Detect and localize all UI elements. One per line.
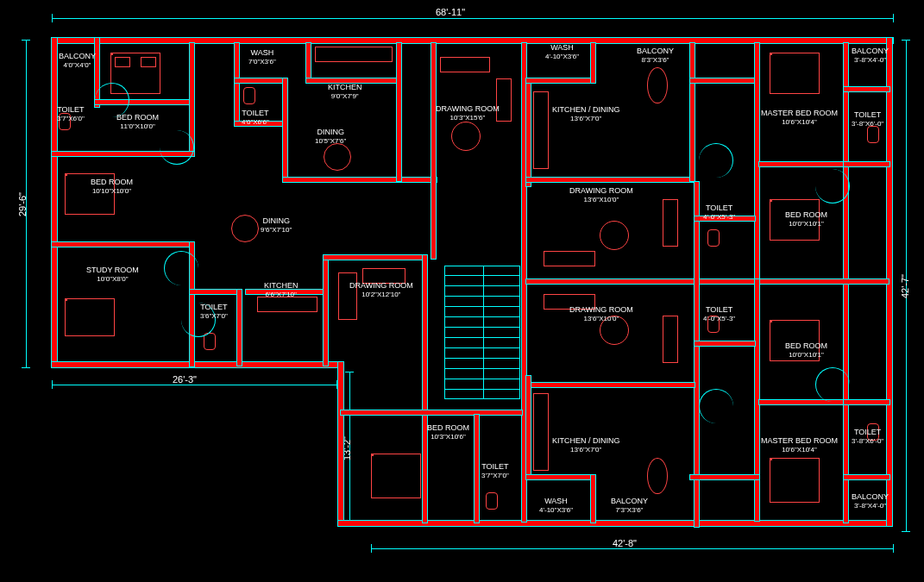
counter-icon	[533, 393, 549, 471]
room-bedroom5: BED ROOM10'0"X10'1"	[785, 341, 827, 359]
wc-icon	[486, 492, 498, 510]
counter-icon	[533, 91, 549, 169]
room-master1: MASTER BED ROOM10'6"X10'4"	[761, 109, 838, 126]
dim-right: 42'-7"	[900, 274, 910, 298]
door-swing-icon	[160, 130, 194, 165]
dim-line-bl	[52, 385, 336, 385]
wall-bl-v	[338, 362, 343, 526]
bed-icon	[770, 53, 820, 94]
sofa-icon	[663, 316, 678, 363]
sofa-icon	[663, 199, 678, 247]
dim-line-top	[52, 18, 893, 19]
room-toilet1: TOILET3'7"X6'0"	[57, 105, 85, 122]
sofa-icon	[544, 251, 595, 266]
room-balcony3: BALCONY3'-8"X4'-0"	[852, 47, 889, 64]
room-kitchen2: KITCHEN6'6"X7'10"	[264, 281, 299, 298]
wall-top	[52, 38, 893, 43]
staircase	[444, 266, 520, 399]
room-toilet7: TOILET4'-0"X5'-3"	[703, 305, 735, 322]
wall-bl-h	[52, 362, 343, 367]
room-wash2: WASH4'-10"X3'6"	[545, 43, 579, 60]
dining-table-icon	[324, 143, 351, 171]
door-swing-icon	[164, 251, 198, 285]
room-wash3: WASH4'-10"X3'6"	[539, 497, 573, 514]
sofa-icon	[440, 57, 490, 72]
room-drawing2: DRAWING ROOM10'2"X12'10"	[349, 281, 413, 298]
room-balcony4: BALCONY3'-8"X4'-0"	[852, 492, 889, 510]
door-swing-icon	[815, 169, 850, 203]
room-drawing3: DRAWING ROOM13'6"X10'0"	[569, 186, 633, 203]
counter-icon	[315, 47, 393, 62]
room-wash1: WASH7'0"X3'6"	[248, 48, 276, 66]
room-balcony1: BALCONY4'0"X4'0"	[59, 52, 96, 69]
room-dining2: DINING9'6"X7'10"	[261, 216, 292, 234]
dining-table-icon	[647, 458, 668, 494]
dim-left: 29'-6"	[17, 192, 28, 216]
room-toilet8: TOILET3'-8"X6'-0"	[852, 428, 883, 445]
table-icon	[600, 221, 629, 250]
room-k-kitdin2: KITCHEN / DINING13'6"X7'0"	[552, 436, 620, 454]
dining-table-icon	[647, 67, 668, 103]
dim-line-br	[371, 548, 893, 549]
room-kitdin1: KITCHEN / DINING13'6"X7'0"	[552, 105, 620, 122]
room-bedroom2: BED ROOM10'10"X10'0"	[91, 178, 133, 195]
door-swing-icon	[95, 83, 129, 117]
room-toilet6: TOILET4'-0"X5'-3"	[703, 203, 735, 221]
room-dining1: DINING10'5"X7'6"	[315, 128, 346, 145]
room-master2: MASTER BED ROOM10'6"X10'4"	[761, 436, 838, 454]
wc-icon	[243, 87, 255, 104]
room-drawing1: DRAWING ROOM10'3"X15'6"	[436, 104, 500, 122]
room-toilet2: TOILET4'0"X6'6"	[242, 109, 269, 126]
room-study: STUDY ROOM10'0"X8'0"	[86, 266, 139, 283]
room-balcony2: BALCONY8'3"X3'6"	[637, 47, 674, 64]
dim-bl-h: 26'-3"	[173, 374, 197, 385]
dim-top-total: 68'-11"	[436, 7, 465, 17]
room-bedroom1: BED ROOM11'0"X10'0"	[116, 113, 159, 130]
door-swing-icon	[699, 389, 733, 423]
dim-br: 42'-8"	[613, 538, 637, 548]
room-bedroom4: BED ROOM10'0"X10'1"	[785, 210, 827, 228]
room-bedroom3: BED ROOM10'3"X10'6"	[427, 423, 469, 441]
room-drawing4: DRAWING ROOM13'6"X10'0"	[569, 305, 633, 322]
bed-icon	[65, 298, 115, 336]
floor-plan: 68'-11" 29'-6" 26'-3" 13'-2" 42'-8" 42'-…	[43, 31, 906, 566]
wc-icon	[707, 229, 720, 247]
room-toilet3: TOILET3'6"X7'0"	[200, 303, 228, 320]
room-balcony5: BALCONY7'3"X3'6"	[611, 497, 648, 514]
room-toilet4: TOILET3'7"X7'0"	[481, 462, 509, 479]
door-swing-icon	[815, 367, 850, 402]
bed-icon	[371, 454, 421, 498]
room-toilet5: TOILET3'-8"X6'-0"	[852, 110, 883, 128]
dining-table-icon	[231, 215, 259, 242]
wall-bottom	[338, 521, 892, 526]
door-swing-icon	[699, 143, 733, 178]
room-kitchen1: KITCHEN9'0"X7'9"	[328, 83, 362, 100]
wc-icon	[867, 126, 879, 143]
wall-left	[52, 38, 57, 367]
counter-icon	[257, 297, 317, 312]
bed-icon	[770, 458, 820, 503]
table-icon	[451, 122, 481, 151]
